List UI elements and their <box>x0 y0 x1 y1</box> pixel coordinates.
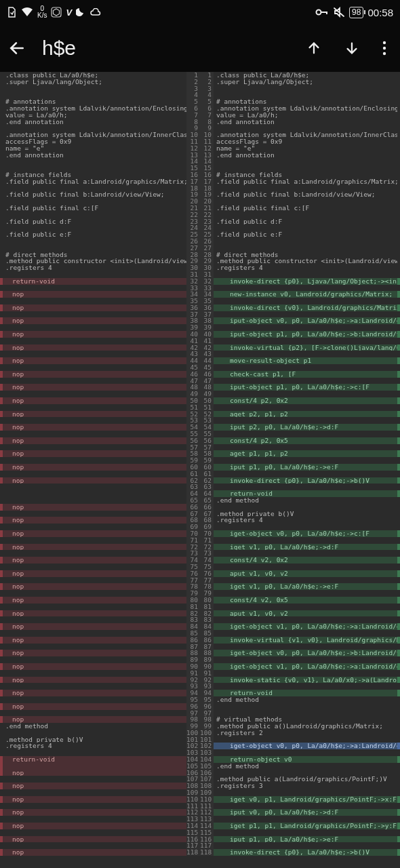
code-line: 18 <box>0 185 200 192</box>
code-line: 24 <box>0 224 200 231</box>
code-line: nop108 <box>0 783 200 789</box>
code-line: 108.registers 3 <box>200 783 400 789</box>
diff-view[interactable]: .class public La/a0/h$e;1.super Ljava/la… <box>0 72 400 868</box>
code-line: 105 <box>0 763 200 770</box>
code-line: nop36 <box>0 304 200 311</box>
code-line: 101 <box>200 736 400 743</box>
code-line: nop118 <box>0 849 200 856</box>
hex-icon <box>51 7 62 18</box>
code-line: 10.annotation system Ldalvik/annotation/… <box>200 132 400 138</box>
code-line: .field public final b:Landroid/view/View… <box>0 191 200 198</box>
code-line: 76aput v1, v0, v2 <box>200 570 400 577</box>
prev-diff-button[interactable] <box>306 41 321 56</box>
code-line: 39 <box>200 324 400 331</box>
code-line: 5# annotations <box>200 98 400 105</box>
code-line: 84iget-object v1, p0, La/a0/h$e;->a:Land… <box>200 623 400 630</box>
code-line: 49 <box>200 391 400 397</box>
code-line: name = "e"12 <box>0 145 200 152</box>
code-line: 50const/4 p2, 0x2 <box>200 397 400 404</box>
battery-indicator: 98 <box>349 7 363 18</box>
network-speed: 0 K/s <box>37 5 47 19</box>
code-line: .class public La/a0/h$e;1 <box>0 72 200 79</box>
code-line: 22 <box>0 212 200 218</box>
code-line: 26 <box>200 238 400 245</box>
code-line: 19.field public final b:Landroid/view/Vi… <box>200 191 400 198</box>
code-line: 86invoke-virtual {v1, v0}, Landroid/grap… <box>200 637 400 644</box>
back-button[interactable] <box>8 39 26 57</box>
code-line: 3 <box>200 85 400 92</box>
code-line: 31 <box>200 271 400 278</box>
code-line: 31 <box>0 271 200 278</box>
code-line: 93 <box>200 683 400 690</box>
code-line: nop42 <box>0 344 200 351</box>
code-line: 37 <box>0 311 200 318</box>
code-line: 16# instance fields <box>200 172 400 178</box>
svg-point-6 <box>383 52 386 55</box>
overflow-menu[interactable] <box>382 41 386 56</box>
code-line: .registers 430 <box>0 264 200 271</box>
code-line: 67.method private b()V <box>200 511 400 517</box>
code-line: .field public e:F25 <box>0 231 200 238</box>
code-line: 67 <box>0 511 200 517</box>
code-line: 104return-object v0 <box>200 756 400 763</box>
code-line: nop90 <box>0 663 200 670</box>
code-line: 58aget p1, p1, p2 <box>200 450 400 457</box>
code-line: 36invoke-direct {v0}, Landroid/graphics/… <box>200 304 400 311</box>
code-line: 109 <box>0 789 200 796</box>
code-line: 30.registers 4 <box>200 264 400 271</box>
next-diff-button[interactable] <box>344 41 359 56</box>
code-line: 77 <box>0 577 200 584</box>
code-line: 89 <box>200 656 400 663</box>
code-line: nop48 <box>0 384 200 391</box>
code-line: 106 <box>200 770 400 776</box>
code-line: 90iget-object v1, p0, La/a0/h$e;->a:Land… <box>200 663 400 670</box>
code-line: .end annotation8 <box>0 119 200 125</box>
code-line: nop62 <box>0 477 200 484</box>
code-line: 80const/4 v2, 0x5 <box>200 597 400 604</box>
code-line: # annotations5 <box>0 98 200 105</box>
app-actions <box>306 41 392 56</box>
code-line: 72iget v1, p0, La/a0/h$e;->d:F <box>200 544 400 551</box>
code-line: .end method99 <box>0 723 200 730</box>
code-line: nop106 <box>0 770 200 776</box>
code-line: 27 <box>0 245 200 252</box>
code-line: 32invoke-direct {p0}, Ljava/lang/Object;… <box>200 278 400 285</box>
code-line: 9 <box>200 125 400 132</box>
code-line: nop68 <box>0 517 200 524</box>
code-line: 59 <box>200 457 400 464</box>
code-line: 70iget-object v0, p0, La/a0/h$e;->c:[F <box>200 530 400 537</box>
code-line: return-void32 <box>0 278 200 285</box>
code-line: 96 <box>200 703 400 710</box>
code-line: 40iput-object p1, p0, La/a0/h$e;->b:Land… <box>200 331 400 338</box>
code-line: 113 <box>200 816 400 823</box>
code-line: 93 <box>0 683 200 690</box>
code-line: nop54 <box>0 424 200 431</box>
code-line: nop94 <box>0 690 200 696</box>
code-line: 3 <box>0 85 200 92</box>
code-line: 69 <box>0 524 200 530</box>
code-line: 107 <box>0 776 200 783</box>
code-line: .field public final a:Landroid/graphics/… <box>0 178 200 185</box>
code-line: accessFlags = 0x911 <box>0 138 200 145</box>
code-line: 66 <box>200 504 400 511</box>
code-line: .method private b()V101 <box>0 736 200 743</box>
code-line: 51 <box>200 404 400 411</box>
svg-point-1 <box>317 10 321 15</box>
code-line: 7value = La/a0/h; <box>200 112 400 119</box>
code-line: 24 <box>200 224 400 231</box>
code-line: 42invoke-virtual {p2}, [F->clone()Ljava/… <box>200 344 400 351</box>
code-line: 63 <box>0 484 200 490</box>
code-line: nop72 <box>0 544 200 551</box>
code-line: 39 <box>0 324 200 331</box>
code-line: 68.registers 4 <box>200 517 400 524</box>
code-line: 14 <box>200 158 400 165</box>
key-icon <box>315 9 329 16</box>
code-line: 115 <box>200 829 400 836</box>
code-line: return-void104 <box>0 756 200 763</box>
code-line: 37 <box>200 311 400 318</box>
code-line: nop116 <box>0 836 200 843</box>
wifi-icon <box>21 7 33 17</box>
page-title: h$e <box>42 37 290 60</box>
code-line: 27 <box>200 245 400 252</box>
code-line: 20 <box>200 198 400 205</box>
